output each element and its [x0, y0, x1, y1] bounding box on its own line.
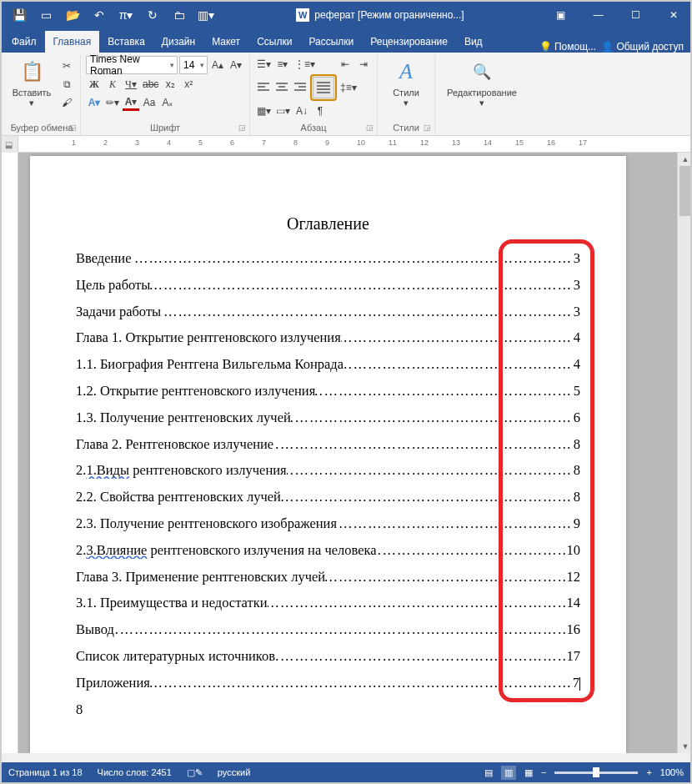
cut-icon[interactable]: ✂ — [58, 58, 75, 74]
save-icon[interactable]: 💾 — [7, 4, 32, 26]
status-language[interactable]: русский — [218, 767, 250, 777]
toc-text: Вывод — [76, 621, 114, 637]
decrease-indent-icon[interactable]: ⇤ — [337, 56, 354, 73]
status-page[interactable]: Страница 1 из 18 — [8, 767, 83, 777]
print-layout-icon[interactable]: ▥ — [501, 766, 516, 780]
open-icon[interactable]: 📂 — [60, 4, 85, 26]
paragraph-dialog-icon[interactable]: ◲ — [366, 123, 374, 132]
toc-page: 9 — [572, 515, 580, 532]
styles-dialog-icon[interactable]: ◲ — [424, 123, 431, 132]
ribbon-opts-icon[interactable]: ▣ — [542, 3, 579, 27]
paste-button[interactable]: 📋 Вставить▾ — [8, 56, 55, 108]
show-marks-icon[interactable]: ¶ — [312, 103, 328, 119]
tell-me[interactable]: 💡 Помощ... — [539, 41, 596, 53]
clear-format-icon[interactable]: Aₓ — [159, 94, 176, 111]
bullets-icon[interactable]: ☰▾ — [255, 56, 273, 73]
tab-insert[interactable]: Вставка — [99, 31, 153, 53]
vertical-scrollbar[interactable]: ▲ ▼ — [677, 153, 692, 753]
grow-font-icon[interactable]: A▴ — [209, 57, 226, 73]
toc-line: 92.3. Получение рентгеновского изображен… — [76, 515, 580, 532]
touch-icon[interactable]: ▥▾ — [193, 4, 218, 26]
shading-icon[interactable]: ▦▾ — [255, 103, 273, 119]
align-center-icon[interactable] — [273, 79, 290, 96]
new-icon[interactable]: ▭ — [33, 4, 58, 26]
highlight-icon[interactable]: ✏▾ — [104, 94, 121, 111]
numbering-icon[interactable]: ≡▾ — [274, 56, 291, 73]
sort-icon[interactable]: A↓ — [293, 103, 310, 119]
vertical-ruler[interactable] — [0, 153, 18, 753]
toc-text: Цель работы — [76, 277, 150, 293]
editing-button[interactable]: 🔍 Редактирование▾ — [440, 56, 524, 108]
scroll-thumb[interactable] — [679, 166, 690, 216]
subscript-button[interactable]: x₂ — [162, 76, 178, 93]
toc-text: Задачи работы — [76, 304, 161, 319]
tab-design[interactable]: Дизайн — [153, 31, 203, 53]
repeat-icon[interactable]: ↻ — [140, 4, 165, 26]
multilevel-icon[interactable]: ⋮≡▾ — [293, 56, 317, 73]
scroll-up-icon[interactable]: ▲ — [678, 153, 692, 166]
toc-page: 6 — [572, 410, 580, 426]
read-mode-icon[interactable]: ▤ — [484, 767, 493, 778]
toc-line: 41.1. Биография Рентгена Вильгельма Конр… — [76, 356, 580, 373]
status-words[interactable]: Число слов: 2451 — [98, 767, 172, 777]
change-case-icon[interactable]: Aa — [141, 94, 158, 111]
close-icon[interactable]: ✕ — [654, 3, 692, 27]
status-proof-icon[interactable]: ▢✎ — [187, 767, 203, 778]
tab-mailings[interactable]: Рассылки — [300, 31, 362, 53]
zoom-level[interactable]: 100% — [660, 767, 684, 777]
tab-file[interactable]: Файл — [3, 31, 45, 53]
borders-icon[interactable]: ▭▾ — [274, 103, 292, 119]
zoom-out-icon[interactable]: − — [541, 767, 546, 777]
copy-icon[interactable]: ⧉ — [58, 76, 75, 93]
toc-page: 3 — [572, 250, 580, 267]
web-layout-icon[interactable]: ▦ — [524, 767, 533, 778]
italic-button[interactable]: К — [104, 76, 121, 93]
zoom-slider[interactable] — [554, 771, 638, 774]
superscript-button[interactable]: x² — [180, 76, 197, 93]
toc-page: 17 — [565, 648, 581, 665]
toc-text: 3.1. Преимущества и недостатки — [76, 595, 268, 611]
redo-icon[interactable]: π▾ — [113, 4, 138, 26]
tab-review[interactable]: Рецензирование — [362, 31, 456, 53]
page[interactable]: Оглавление 3Введение3Цель работы3Задачи … — [30, 156, 626, 753]
bold-button[interactable]: Ж — [86, 76, 103, 93]
increase-indent-icon[interactable]: ⇥ — [355, 56, 372, 73]
font-color-icon[interactable]: A▾ — [123, 94, 139, 111]
toc-page: 8 — [572, 462, 580, 479]
clipboard-dialog-icon[interactable]: ◲ — [69, 123, 77, 132]
toc-text: 2.1.Виды рентгеновского излучения — [76, 462, 287, 478]
toc-page: 7 — [571, 675, 580, 691]
paragraph-label: Абзац — [301, 123, 327, 133]
toc-line: 102.3.Влияние рентгеновского излучения н… — [76, 542, 580, 559]
underline-button[interactable]: Ч▾ — [123, 76, 139, 93]
share-button[interactable]: 👤 Общий доступ — [601, 41, 684, 53]
ruler-corner: ⬓ — [0, 136, 18, 153]
font-dialog-icon[interactable]: ◲ — [238, 123, 246, 132]
undo-icon[interactable]: ↶ — [87, 4, 112, 26]
line-spacing-icon[interactable]: ‡≡▾ — [338, 79, 359, 96]
format-painter-icon[interactable]: 🖌 — [58, 94, 75, 111]
toc-page: 3 — [572, 304, 580, 320]
horizontal-ruler[interactable]: 1234567891011121314151617 — [18, 136, 692, 153]
maximize-icon[interactable]: ☐ — [617, 3, 654, 27]
align-left-icon[interactable] — [255, 79, 272, 96]
folder-icon[interactable]: 🗀 — [167, 4, 192, 26]
align-right-icon[interactable] — [292, 79, 308, 96]
tab-references[interactable]: Ссылки — [248, 31, 300, 53]
tab-layout[interactable]: Макет — [203, 31, 248, 53]
text-effects-icon[interactable]: A▾ — [86, 94, 103, 111]
tab-view[interactable]: Вид — [456, 31, 491, 53]
font-size-combo[interactable]: 14 — [179, 56, 208, 74]
zoom-in-icon[interactable]: + — [646, 767, 651, 777]
align-justify-icon[interactable] — [313, 77, 334, 98]
toc-page: 3 — [572, 277, 580, 294]
styles-icon: A — [392, 58, 420, 86]
minimize-icon[interactable]: — — [579, 3, 617, 27]
toc-text: 2.3. Получение рентгеновского изображени… — [76, 515, 337, 531]
shrink-font-icon[interactable]: A▾ — [228, 57, 244, 73]
tab-home[interactable]: Главная — [45, 31, 100, 53]
font-name-combo[interactable]: Times New Roman — [86, 56, 178, 74]
styles-button[interactable]: A Стили▾ — [383, 56, 429, 108]
scroll-down-icon[interactable]: ▼ — [678, 740, 692, 753]
strike-button[interactable]: abc — [141, 76, 160, 93]
